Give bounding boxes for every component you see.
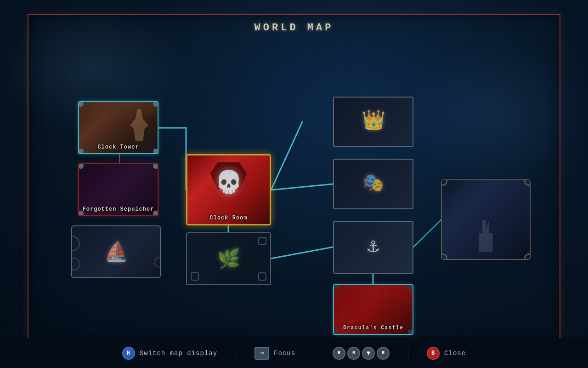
- clock-tower-label: Clock Tower: [79, 144, 158, 150]
- chain-decoration: [191, 272, 199, 281]
- frame-decoration: [524, 253, 531, 260]
- draculas-castle-label: Dracula's Castle: [334, 325, 413, 331]
- r-buttons-row: R R ▼ R: [333, 347, 390, 360]
- castle-silhouette: [475, 220, 498, 252]
- corner-decoration: [153, 163, 158, 169]
- r-button-4[interactable]: R: [377, 347, 390, 360]
- chain-decoration: [258, 237, 266, 245]
- anchor-hook: [333, 244, 334, 251]
- arrow-down-icon: ▼: [367, 350, 370, 357]
- node-clock-room[interactable]: 💀 Clock Room: [186, 154, 271, 225]
- switch-map-label: Switch map display: [140, 350, 217, 357]
- crown-icon: 👑: [362, 109, 385, 132]
- r-button-2[interactable]: R: [347, 347, 360, 360]
- r-button-1[interactable]: R: [333, 347, 345, 360]
- node-middle-unknown[interactable]: 🌿: [186, 232, 271, 285]
- map-area: Clock Tower Forgotten Sepulcher ⛵ 💀 Cloc…: [37, 46, 551, 322]
- corner-decoration: [78, 101, 84, 107]
- separator: [408, 346, 408, 360]
- corner-decoration: [408, 284, 413, 290]
- node-crown[interactable]: 👑: [333, 97, 413, 147]
- node-ship[interactable]: ⛵: [71, 225, 161, 278]
- plant-icon: 🌿: [217, 247, 240, 270]
- corner-decoration: [333, 284, 339, 290]
- node-draculas-castle[interactable]: Dracula's Castle: [333, 284, 413, 335]
- bottom-bar: H Switch map display TR Focus R R ▼ R B …: [0, 338, 588, 368]
- close-label: Close: [444, 350, 466, 357]
- focus-item[interactable]: TR Focus: [254, 347, 295, 360]
- node-clock-tower[interactable]: Clock Tower: [78, 101, 158, 154]
- r-button-3[interactable]: ▼: [362, 347, 375, 360]
- node-far-right-castle[interactable]: [441, 179, 531, 260]
- separator: [314, 346, 314, 360]
- far-right-image: [442, 180, 530, 259]
- forgotten-sepulcher-label: Forgotten Sepulcher: [79, 206, 158, 213]
- focus-btn-text: TR: [260, 351, 264, 355]
- clock-room-label: Clock Room: [187, 215, 270, 221]
- chain-decoration: [258, 272, 266, 281]
- skull-icon: 💀: [215, 169, 243, 196]
- mask-icon: 🎭: [362, 172, 384, 194]
- close-button[interactable]: B: [427, 347, 440, 360]
- close-item[interactable]: B Close: [427, 347, 466, 360]
- focus-label: Focus: [274, 350, 295, 357]
- switch-map-button[interactable]: H: [122, 347, 135, 360]
- node-mask[interactable]: 🎭: [333, 159, 413, 209]
- node-forgotten-sepulcher[interactable]: Forgotten Sepulcher: [78, 163, 158, 216]
- ship-icon: ⛵: [104, 240, 128, 264]
- separator: [236, 346, 236, 360]
- node-anchor[interactable]: ⚓: [333, 221, 413, 274]
- anchor-icon: ⚓: [368, 234, 379, 258]
- world-map-title: WORLD MAP: [0, 22, 588, 34]
- corner-decoration: [153, 101, 158, 107]
- corner-decoration: [78, 163, 84, 169]
- switch-map-item[interactable]: H Switch map display: [122, 347, 217, 360]
- focus-button[interactable]: TR: [254, 347, 269, 360]
- clock-tower-figure: [130, 109, 148, 141]
